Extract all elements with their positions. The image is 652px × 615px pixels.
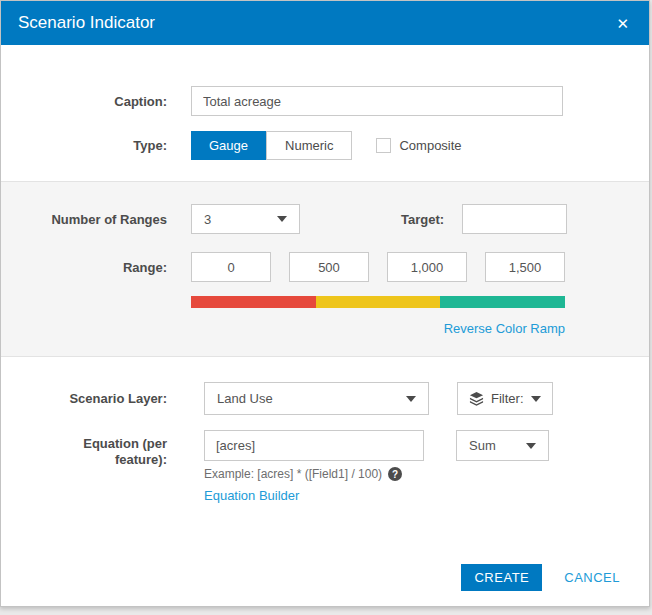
target-input[interactable] [462, 204, 567, 234]
type-row: Type: Gauge Numeric Composite [1, 131, 649, 160]
chevron-down-icon [531, 396, 541, 402]
dialog-footer: CREATE CANCEL [461, 564, 620, 591]
equation-builder-link[interactable]: Equation Builder [204, 488, 299, 503]
scenario-layer-dropdown[interactable]: Land Use [204, 382, 429, 415]
target-label: Target: [401, 212, 444, 227]
color-ramp-area: Reverse Color Ramp [191, 296, 565, 337]
layers-icon [469, 391, 484, 406]
aggregation-value: Sum [469, 438, 496, 453]
aggregation-dropdown[interactable]: Sum [456, 430, 549, 461]
cancel-button[interactable]: CANCEL [564, 570, 620, 585]
create-button[interactable]: CREATE [461, 564, 542, 591]
range-input-3[interactable] [387, 252, 467, 282]
equation-example: Example: [acres] * ([Field1] / 100) ? [204, 467, 549, 481]
help-icon[interactable]: ? [388, 467, 402, 481]
ramp-segment-yellow [316, 296, 441, 308]
range-inputs [191, 252, 565, 282]
equation-row: Equation (per feature): Sum Example: [ac… [1, 430, 649, 504]
chevron-down-icon [406, 396, 416, 402]
range-input-2[interactable] [289, 252, 369, 282]
number-of-ranges-row: Number of Ranges 3 Target: [1, 204, 649, 234]
filter-button[interactable]: Filter: [457, 382, 553, 415]
scenario-indicator-dialog: Scenario Indicator ✕ Caption: Type: Gaug… [0, 0, 650, 607]
reverse-color-ramp-link[interactable]: Reverse Color Ramp [444, 321, 565, 336]
number-of-ranges-label: Number of Ranges [1, 212, 167, 227]
equation-input[interactable] [204, 430, 424, 461]
dialog-header: Scenario Indicator ✕ [1, 1, 649, 45]
ranges-section: Number of Ranges 3 Target: Range: [1, 181, 649, 357]
chevron-down-icon [526, 443, 536, 449]
equation-label: Equation (per feature): [1, 430, 167, 469]
number-of-ranges-value: 3 [204, 212, 211, 227]
scenario-layer-label: Scenario Layer: [1, 391, 167, 406]
scenario-layer-value: Land Use [217, 391, 273, 406]
dialog-title: Scenario Indicator [18, 13, 614, 33]
composite-label: Composite [399, 138, 461, 153]
type-segmented-control: Gauge Numeric [191, 131, 352, 160]
equation-content: Sum Example: [acres] * ([Field1] / 100) … [204, 430, 549, 504]
range-row: Range: [1, 252, 649, 282]
composite-checkbox[interactable] [376, 138, 391, 153]
range-label: Range: [1, 260, 167, 275]
ramp-segment-green [440, 296, 565, 308]
caption-input[interactable] [191, 86, 563, 116]
filter-label: Filter: [491, 391, 524, 406]
ramp-segment-red [191, 296, 316, 308]
range-input-1[interactable] [191, 252, 271, 282]
dialog-body: Caption: Type: Gauge Numeric Composite N… [1, 86, 649, 504]
type-numeric-button[interactable]: Numeric [266, 131, 352, 160]
type-gauge-button[interactable]: Gauge [191, 131, 266, 160]
type-label: Type: [1, 138, 167, 153]
scenario-layer-row: Scenario Layer: Land Use Filter: [1, 382, 649, 415]
caption-row: Caption: [1, 86, 649, 116]
range-input-4[interactable] [485, 252, 565, 282]
caption-label: Caption: [1, 94, 167, 109]
color-ramp [191, 296, 565, 308]
chevron-down-icon [277, 216, 287, 222]
close-icon[interactable]: ✕ [614, 14, 631, 33]
number-of-ranges-dropdown[interactable]: 3 [191, 204, 300, 234]
